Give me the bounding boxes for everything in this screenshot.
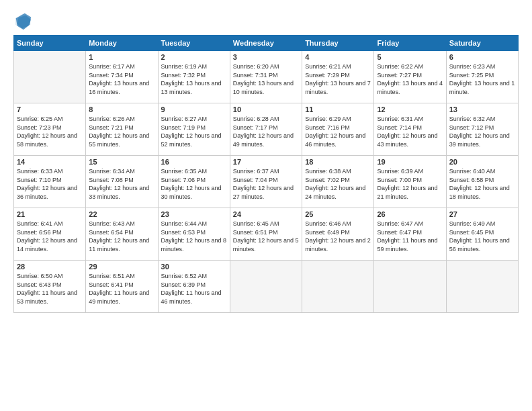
day-info: Sunrise: 6:23 AMSunset: 7:25 PMDaylight:…	[449, 62, 515, 96]
day-number: 13	[449, 105, 515, 113]
day-info: Sunrise: 6:31 AMSunset: 7:14 PMDaylight:…	[377, 115, 443, 148]
day-info: Sunrise: 6:32 AMSunset: 7:12 PMDaylight:…	[449, 115, 515, 148]
day-info: Sunrise: 6:25 AMSunset: 7:23 PMDaylight:…	[17, 115, 83, 148]
calendar-cell: 2Sunrise: 6:19 AMSunset: 7:32 PMDaylight…	[158, 51, 230, 103]
calendar-cell: 27Sunrise: 6:49 AMSunset: 6:45 PMDayligh…	[446, 208, 518, 261]
calendar-cell: 3Sunrise: 6:20 AMSunset: 7:31 PMDaylight…	[230, 51, 302, 103]
day-info: Sunrise: 6:27 AMSunset: 7:19 PMDaylight:…	[161, 115, 227, 148]
logo	[13, 12, 35, 31]
calendar-cell: 4Sunrise: 6:21 AMSunset: 7:29 PMDaylight…	[302, 51, 374, 103]
calendar-cell: 5Sunrise: 6:22 AMSunset: 7:27 PMDaylight…	[374, 51, 446, 103]
weekday-header: Thursday	[302, 36, 374, 51]
day-info: Sunrise: 6:49 AMSunset: 6:45 PMDaylight:…	[449, 220, 515, 253]
day-number: 14	[17, 158, 83, 166]
day-number: 22	[89, 210, 154, 218]
day-info: Sunrise: 6:45 AMSunset: 6:51 PMDaylight:…	[233, 220, 299, 253]
calendar-cell: 9Sunrise: 6:27 AMSunset: 7:19 PMDaylight…	[158, 103, 230, 156]
day-number: 15	[89, 158, 154, 166]
weekday-header: Monday	[86, 36, 158, 51]
day-number: 23	[161, 210, 227, 218]
calendar-cell: 16Sunrise: 6:35 AMSunset: 7:06 PMDayligh…	[158, 156, 230, 208]
calendar-cell: 26Sunrise: 6:47 AMSunset: 6:47 PMDayligh…	[374, 208, 446, 261]
calendar-cell: 24Sunrise: 6:45 AMSunset: 6:51 PMDayligh…	[230, 208, 302, 261]
calendar-cell: 19Sunrise: 6:39 AMSunset: 7:00 PMDayligh…	[374, 156, 446, 208]
calendar-cell: 17Sunrise: 6:37 AMSunset: 7:04 PMDayligh…	[230, 156, 302, 208]
calendar-cell: 22Sunrise: 6:43 AMSunset: 6:54 PMDayligh…	[86, 208, 158, 261]
day-info: Sunrise: 6:33 AMSunset: 7:10 PMDaylight:…	[17, 167, 83, 201]
day-number: 24	[233, 210, 299, 218]
calendar-cell: 23Sunrise: 6:44 AMSunset: 6:53 PMDayligh…	[158, 208, 230, 261]
day-number: 26	[377, 210, 443, 218]
calendar-cell: 7Sunrise: 6:25 AMSunset: 7:23 PMDaylight…	[14, 103, 86, 156]
day-number: 11	[305, 105, 371, 113]
day-info: Sunrise: 6:52 AMSunset: 6:39 PMDaylight:…	[161, 272, 227, 306]
calendar-cell: 8Sunrise: 6:26 AMSunset: 7:21 PMDaylight…	[86, 103, 158, 156]
logo-icon	[13, 12, 32, 31]
calendar-cell: 21Sunrise: 6:41 AMSunset: 6:56 PMDayligh…	[14, 208, 86, 261]
calendar-cell: 20Sunrise: 6:40 AMSunset: 6:58 PMDayligh…	[446, 156, 518, 208]
day-number: 21	[17, 210, 83, 218]
calendar-cell: 1Sunrise: 6:17 AMSunset: 7:34 PMDaylight…	[86, 51, 158, 103]
day-number: 10	[233, 105, 299, 113]
weekday-header: Tuesday	[158, 36, 230, 51]
day-info: Sunrise: 6:26 AMSunset: 7:21 PMDaylight:…	[89, 115, 154, 148]
day-info: Sunrise: 6:28 AMSunset: 7:17 PMDaylight:…	[233, 115, 299, 148]
day-number: 18	[305, 158, 371, 166]
calendar-cell	[302, 261, 374, 313]
calendar-cell: 10Sunrise: 6:28 AMSunset: 7:17 PMDayligh…	[230, 103, 302, 156]
day-number: 1	[89, 53, 154, 61]
calendar-cell	[14, 51, 86, 103]
day-info: Sunrise: 6:41 AMSunset: 6:56 PMDaylight:…	[17, 220, 83, 253]
day-number: 7	[17, 105, 83, 113]
page: SundayMondayTuesdayWednesdayThursdayFrid…	[0, 0, 532, 411]
svg-marker-2	[16, 13, 31, 30]
day-info: Sunrise: 6:47 AMSunset: 6:47 PMDaylight:…	[377, 220, 443, 253]
day-info: Sunrise: 6:22 AMSunset: 7:27 PMDaylight:…	[377, 62, 443, 96]
day-info: Sunrise: 6:51 AMSunset: 6:41 PMDaylight:…	[89, 272, 154, 306]
calendar-cell: 14Sunrise: 6:33 AMSunset: 7:10 PMDayligh…	[14, 156, 86, 208]
day-number: 6	[449, 53, 515, 61]
day-info: Sunrise: 6:35 AMSunset: 7:06 PMDaylight:…	[161, 167, 227, 201]
day-number: 19	[377, 158, 443, 166]
weekday-header: Friday	[374, 36, 446, 51]
calendar-cell: 6Sunrise: 6:23 AMSunset: 7:25 PMDaylight…	[446, 51, 518, 103]
calendar-cell	[230, 261, 302, 313]
day-info: Sunrise: 6:40 AMSunset: 6:58 PMDaylight:…	[449, 167, 515, 201]
day-number: 5	[377, 53, 443, 61]
day-number: 16	[161, 158, 227, 166]
day-number: 30	[161, 263, 227, 271]
day-info: Sunrise: 6:37 AMSunset: 7:04 PMDaylight:…	[233, 167, 299, 201]
calendar-cell: 11Sunrise: 6:29 AMSunset: 7:16 PMDayligh…	[302, 103, 374, 156]
day-info: Sunrise: 6:39 AMSunset: 7:00 PMDaylight:…	[377, 167, 443, 201]
day-number: 3	[233, 53, 299, 61]
header-row	[13, 12, 519, 31]
day-number: 2	[161, 53, 227, 61]
day-info: Sunrise: 6:43 AMSunset: 6:54 PMDaylight:…	[89, 220, 154, 253]
calendar-cell: 13Sunrise: 6:32 AMSunset: 7:12 PMDayligh…	[446, 103, 518, 156]
day-info: Sunrise: 6:19 AMSunset: 7:32 PMDaylight:…	[161, 62, 227, 96]
calendar-table: SundayMondayTuesdayWednesdayThursdayFrid…	[13, 35, 519, 313]
calendar-cell	[374, 261, 446, 313]
calendar-cell: 12Sunrise: 6:31 AMSunset: 7:14 PMDayligh…	[374, 103, 446, 156]
day-info: Sunrise: 6:29 AMSunset: 7:16 PMDaylight:…	[305, 115, 371, 148]
day-info: Sunrise: 6:21 AMSunset: 7:29 PMDaylight:…	[305, 62, 371, 96]
day-number: 28	[17, 263, 83, 271]
calendar-cell: 18Sunrise: 6:38 AMSunset: 7:02 PMDayligh…	[302, 156, 374, 208]
day-number: 27	[449, 210, 515, 218]
calendar-cell: 29Sunrise: 6:51 AMSunset: 6:41 PMDayligh…	[86, 261, 158, 313]
calendar-cell: 28Sunrise: 6:50 AMSunset: 6:43 PMDayligh…	[14, 261, 86, 313]
day-number: 8	[89, 105, 154, 113]
day-number: 9	[161, 105, 227, 113]
calendar-cell: 30Sunrise: 6:52 AMSunset: 6:39 PMDayligh…	[158, 261, 230, 313]
day-info: Sunrise: 6:50 AMSunset: 6:43 PMDaylight:…	[17, 272, 83, 306]
day-info: Sunrise: 6:34 AMSunset: 7:08 PMDaylight:…	[89, 167, 154, 201]
day-info: Sunrise: 6:20 AMSunset: 7:31 PMDaylight:…	[233, 62, 299, 96]
day-info: Sunrise: 6:44 AMSunset: 6:53 PMDaylight:…	[161, 220, 227, 253]
day-info: Sunrise: 6:46 AMSunset: 6:49 PMDaylight:…	[305, 220, 371, 253]
calendar-cell: 15Sunrise: 6:34 AMSunset: 7:08 PMDayligh…	[86, 156, 158, 208]
calendar-cell	[446, 261, 518, 313]
day-number: 29	[89, 263, 154, 271]
day-number: 25	[305, 210, 371, 218]
day-number: 4	[305, 53, 371, 61]
day-number: 12	[377, 105, 443, 113]
